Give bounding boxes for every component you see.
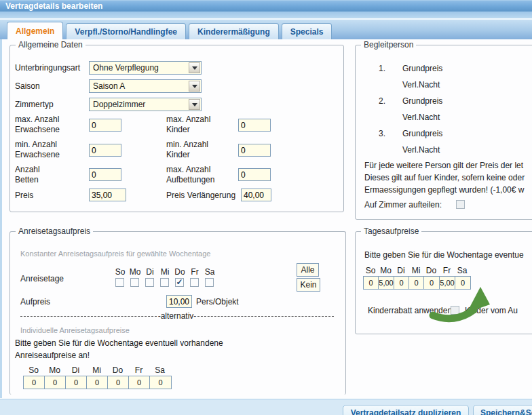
begleitperson-3-num: 3. bbox=[379, 129, 385, 138]
max-anzahl-aufbettungen-label-2: Aufbettungen bbox=[166, 175, 214, 184]
anreisetage-checkbox-mo[interactable] bbox=[130, 278, 139, 287]
anreise-day-values-row: 0 0 0 0 0 0 0 bbox=[23, 376, 172, 389]
min-anzahl-kinder-input[interactable] bbox=[238, 144, 271, 157]
anreisetage-checkbox-do[interactable]: ✓ bbox=[175, 278, 184, 287]
kein-button[interactable]: Kein bbox=[297, 278, 320, 292]
anreise-day-input[interactable]: 0 bbox=[45, 376, 66, 389]
max-anzahl-erwachsene-label-2: Erwachsene bbox=[15, 125, 60, 134]
tab-allgemein[interactable]: Allgemein bbox=[7, 22, 63, 39]
anzahl-betten-input[interactable] bbox=[89, 168, 121, 181]
day-label: Di bbox=[142, 267, 157, 277]
day-label: So bbox=[23, 365, 44, 375]
day-label: Fr bbox=[187, 267, 202, 277]
anreise-day-input[interactable]: 0 bbox=[24, 376, 45, 389]
max-anzahl-aufbettungen-input[interactable] bbox=[238, 168, 271, 181]
chevron-down-icon[interactable] bbox=[189, 99, 200, 110]
tages-day-input[interactable]: 0 bbox=[394, 277, 409, 289]
anreise-day-input[interactable]: 0 bbox=[66, 376, 87, 389]
begleitperson-note-line3: Ermaessigungen gepflegt wurden! (-1,00€ … bbox=[364, 185, 524, 195]
anreise-day-header: So Mo Di Mi Do Fr Sa bbox=[23, 365, 170, 375]
min-anzahl-erwachsene-label-2: Erwachsene bbox=[15, 150, 60, 159]
day-label: Sa bbox=[202, 267, 217, 277]
begleitperson-1-verlnacht: Verl.Nacht bbox=[402, 80, 440, 90]
vertragdetailsatz-duplizieren-button[interactable]: Vertragdetailsatz duplizieren bbox=[343, 405, 469, 415]
begleitperson-3-grundpreis: Grundpreis bbox=[402, 129, 442, 138]
saison-select[interactable]: Saison A bbox=[89, 79, 202, 93]
min-anzahl-kinder-label-1: min. Anzahl bbox=[166, 140, 208, 149]
tab-verpfl-storno-handlingfee[interactable]: Verpfl./Storno/Handlingfee bbox=[66, 23, 186, 39]
day-label: Mo bbox=[378, 266, 394, 275]
unterbringungsart-select[interactable]: Ohne Verpflegung bbox=[89, 61, 202, 75]
unterbringungsart-label: Unterbringungsart bbox=[15, 63, 80, 73]
day-label: Do bbox=[107, 365, 128, 375]
tages-instruction: Bitte geben Sie für die Wochentage event… bbox=[364, 250, 524, 260]
tab-bar: Allgemein Verpfl./Storno/Handlingfee Kin… bbox=[0, 20, 532, 39]
anreise-day-input[interactable]: 0 bbox=[108, 376, 129, 389]
auf-zimmer-aufteilen-checkbox[interactable] bbox=[456, 200, 465, 209]
day-label: Di bbox=[394, 266, 408, 275]
max-anzahl-kinder-label-1: max. Anzahl bbox=[166, 115, 210, 124]
min-anzahl-kinder-label-2: Kinder bbox=[166, 150, 190, 159]
alternativ-label: -alternativ- bbox=[157, 311, 198, 321]
divider-dashes bbox=[20, 316, 157, 317]
day-label: Do bbox=[172, 267, 187, 277]
anreisetage-checkbox-di[interactable] bbox=[145, 278, 154, 287]
chevron-down-icon[interactable] bbox=[189, 62, 200, 73]
day-label: Mi bbox=[86, 365, 107, 375]
anreise-day-input[interactable]: 0 bbox=[129, 376, 150, 389]
begleitperson-2-num: 2. bbox=[379, 96, 385, 106]
saison-label: Saison bbox=[15, 81, 40, 91]
begleitperson-2-grundpreis: Grundpreis bbox=[402, 96, 442, 106]
anreisetage-checkbox-so[interactable] bbox=[115, 278, 124, 287]
group-allgemeine-daten-title: Allgemeine Daten bbox=[16, 40, 86, 50]
chevron-down-icon[interactable] bbox=[189, 81, 200, 92]
anreise-day-input[interactable]: 0 bbox=[150, 376, 171, 389]
tab-kinderermaessigung[interactable]: Kinderermäßigung bbox=[189, 23, 279, 39]
day-label: Sa bbox=[149, 365, 170, 375]
saison-value: Saison A bbox=[93, 81, 125, 91]
konstanter-aufpreis-hint: Konstanter Anreisetagsaufpreis für gewäh… bbox=[20, 250, 210, 258]
preis-input[interactable] bbox=[89, 189, 126, 201]
begleitperson-2-verlnacht: Verl.Nacht bbox=[402, 113, 440, 122]
max-anzahl-aufbettungen-label-1: max. Anzahl bbox=[166, 165, 210, 174]
anreisetage-day-header: So Mo Di Mi Do Fr Sa bbox=[113, 267, 217, 277]
annotation-arrow-icon bbox=[419, 280, 508, 328]
anreisetage-checkbox-fr[interactable] bbox=[190, 278, 199, 287]
zimmertyp-value: Doppelzimmer bbox=[93, 100, 145, 109]
anreisetage-checkbox-sa[interactable] bbox=[205, 278, 214, 287]
anreise-day-input[interactable]: 0 bbox=[87, 376, 108, 389]
divider-dashes bbox=[197, 316, 334, 317]
preis-verlaengerung-input[interactable] bbox=[241, 189, 271, 201]
day-label: Do bbox=[423, 266, 439, 275]
group-anreisetagsaufpreis-title: Anreisetagsaufpreis bbox=[16, 226, 93, 236]
alle-button[interactable]: Alle bbox=[297, 263, 319, 277]
anzahl-betten-label-1: Anzahl bbox=[15, 165, 40, 174]
anreisetage-checkbox-mi[interactable] bbox=[160, 278, 169, 287]
min-anzahl-erwachsene-label-1: min. Anzahl bbox=[15, 140, 57, 149]
begleitperson-1-grundpreis: Grundpreis bbox=[402, 64, 442, 73]
zimmertyp-select[interactable]: Doppelzimmer bbox=[89, 98, 202, 111]
day-label: Di bbox=[65, 365, 86, 375]
max-anzahl-kinder-input[interactable] bbox=[238, 119, 271, 132]
zimmertyp-label: Zimmertyp bbox=[15, 100, 54, 109]
begleitperson-note-line2: Dieses gilt auf fuer Kinder, sofern kein… bbox=[364, 173, 525, 182]
tages-day-header: So Mo Di Mi Do Fr Sa bbox=[363, 266, 470, 275]
begleitperson-1-num: 1. bbox=[379, 64, 385, 73]
max-anzahl-kinder-label-2: Kinder bbox=[166, 125, 190, 134]
individuelle-aufpreise-hint: Individuelle Anreisetagsaufpreise bbox=[20, 326, 130, 334]
aufpreis-input[interactable] bbox=[166, 295, 192, 308]
tab-specials[interactable]: Specials bbox=[282, 23, 332, 39]
begleitperson-3-verlnacht: Verl.Nacht bbox=[402, 145, 440, 155]
aufpreis-unit-label: Pers/Objekt bbox=[196, 297, 239, 307]
tages-day-input[interactable]: 0 bbox=[364, 277, 379, 289]
speichern-schliessen-button[interactable]: Speichern&Sc bbox=[473, 405, 532, 415]
unterbringungsart-value: Ohne Verpflegung bbox=[93, 63, 159, 73]
min-anzahl-erwachsene-input[interactable] bbox=[89, 144, 121, 157]
tages-day-input[interactable]: 5,00 bbox=[379, 277, 394, 289]
max-anzahl-erwachsene-input[interactable] bbox=[89, 119, 121, 132]
day-label: Mo bbox=[44, 365, 65, 375]
max-anzahl-erwachsene-label-1: max. Anzahl bbox=[15, 115, 59, 124]
alternativ-divider: -alternativ- bbox=[20, 311, 334, 321]
begleitperson-note-line1: Für jede weitere Person gilt der Preis d… bbox=[364, 161, 523, 170]
day-label: Fr bbox=[439, 266, 455, 275]
